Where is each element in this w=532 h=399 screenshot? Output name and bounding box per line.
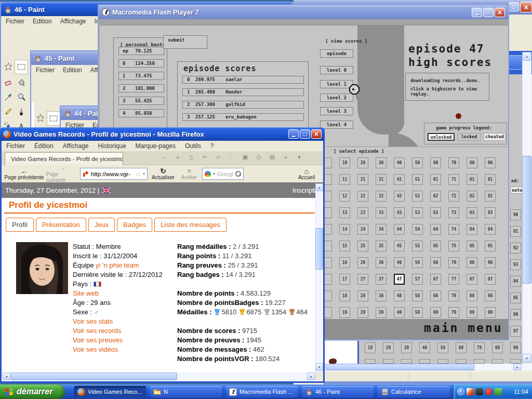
paint46-menu-item[interactable]: Affichage: [60, 18, 86, 25]
minimize-strip-icon[interactable]: −: [159, 154, 169, 161]
episode-cell-73[interactable]: 73: [448, 207, 459, 218]
episode-cell-82[interactable]: 82: [467, 191, 477, 202]
episode-cell-99[interactable]: 99: [485, 307, 496, 318]
episode-cell-96[interactable]: 96: [510, 309, 521, 320]
episode-cell-95[interactable]: 95: [510, 292, 521, 303]
java-icon[interactable]: [467, 388, 474, 395]
episode-cell-50[interactable]: 50: [412, 157, 423, 168]
episode-cell-77[interactable]: 77: [448, 274, 459, 285]
taskbar-clock[interactable]: 11:04: [514, 389, 528, 395]
usb-icon[interactable]: [495, 388, 502, 395]
bg-browser-close-button[interactable]: [520, 2, 532, 12]
profile-link[interactable]: Voir ses records: [73, 327, 121, 335]
freeform-select-icon[interactable]: [35, 112, 46, 125]
url-text[interactable]: http://www.vgr-: [91, 171, 130, 177]
episode-cell-58[interactable]: 58: [437, 342, 448, 353]
episode-cell-35[interactable]: 35: [376, 241, 387, 251]
episode-cell-20[interactable]: 20: [357, 157, 368, 168]
chevron-icon[interactable]: [457, 388, 464, 395]
episode-cell-26[interactable]: 26: [357, 257, 368, 268]
episode-cell-partial[interactable]: [401, 359, 412, 364]
episode-cell-28[interactable]: 28: [383, 342, 394, 353]
episode-cell-68[interactable]: 68: [430, 290, 441, 301]
episode-cell-98[interactable]: 98: [485, 290, 496, 301]
freeform-select-icon[interactable]: [3, 61, 14, 73]
firefox-menu-item[interactable]: Édition: [34, 142, 54, 150]
episode-cell-71[interactable]: 71: [448, 174, 459, 185]
episode-cell-52[interactable]: 52: [412, 191, 423, 202]
eraser-icon[interactable]: [3, 76, 14, 89]
episode-cell-partial[interactable]: [492, 359, 503, 364]
episode-cell-91[interactable]: 91: [485, 174, 496, 185]
firefox-menu-item[interactable]: Outils: [185, 142, 201, 150]
episode-cell-51[interactable]: 51: [412, 174, 423, 185]
episode-cell-90[interactable]: 90: [510, 209, 521, 220]
episode-cell-23[interactable]: 23: [357, 207, 368, 218]
episode-cell-57[interactable]: 57: [412, 274, 423, 285]
episode-cell-69[interactable]: 69: [430, 307, 441, 318]
episode-cell-56[interactable]: 56: [412, 257, 423, 268]
firefox-close-button[interactable]: [311, 129, 322, 139]
page-vertical-scrollbar[interactable]: [315, 183, 323, 373]
bg-scroll-up-button[interactable]: ▴: [522, 52, 531, 61]
episode-cell-47[interactable]: 47: [394, 274, 405, 285]
bg-scroll-right-button[interactable]: ▸: [513, 364, 522, 370]
page-vertical-scroll-thumb[interactable]: [315, 228, 323, 270]
episode-cell-21[interactable]: 21: [357, 174, 368, 185]
reload-button[interactable]: ↻Actualiser: [149, 166, 177, 182]
episode-cell-84[interactable]: 84: [467, 224, 477, 235]
view-scores-button-level-0[interactable]: level 0: [320, 66, 353, 74]
personal-best-row[interactable]: 0124.250: [118, 59, 164, 68]
episode-cell-62[interactable]: 62: [430, 191, 441, 202]
rect-select-icon[interactable]: [48, 112, 59, 125]
profile-link[interactable]: Site web: [73, 289, 99, 297]
paste-icon[interactable]: ▯: [187, 154, 196, 161]
episode-cell-94[interactable]: 94: [510, 276, 521, 287]
personal-best-row[interactable]: 485.850: [118, 109, 164, 117]
episode-cell-48[interactable]: 48: [394, 290, 405, 301]
bg-vertical-scroll-thumb[interactable]: [522, 156, 531, 284]
forward-button[interactable]: →Page suivante: [46, 166, 78, 182]
personal-best-row[interactable]: 355.425: [118, 97, 164, 105]
episode-cell-91[interactable]: 91: [510, 226, 521, 237]
episode-cell-34[interactable]: 34: [376, 224, 387, 235]
episode-cell-81[interactable]: 81: [467, 174, 477, 185]
episode-cell-92[interactable]: 92: [485, 191, 496, 202]
episode-cell-66[interactable]: 66: [430, 257, 441, 268]
episode-cell-63[interactable]: 63: [430, 207, 441, 218]
episode-cell-88[interactable]: 88: [492, 342, 503, 353]
personal-best-row[interactable]: 2101.000: [118, 84, 164, 92]
view-scores-button-level-1[interactable]: level 1: [320, 80, 353, 88]
episode-cell-75[interactable]: 75: [448, 241, 459, 251]
episode-cell-67[interactable]: 67: [430, 274, 441, 285]
episode-cell-98[interactable]: 98: [510, 342, 521, 353]
print-icon[interactable]: ▤: [268, 154, 277, 161]
personal-best-row[interactable]: 173.475: [118, 72, 164, 80]
episode-cell-38[interactable]: 38: [376, 290, 387, 301]
episode-cell-32[interactable]: 32: [376, 191, 387, 202]
view-scores-button-episode[interactable]: episode: [320, 49, 353, 58]
episode-cell-31[interactable]: 31: [376, 174, 387, 185]
firefox-minimize-button[interactable]: [288, 129, 299, 139]
episode-cell-94[interactable]: 94: [485, 224, 496, 235]
team-link[interactable]: yi 'n phie team: [96, 261, 139, 269]
personal-best-row[interactable]: ep70.125: [118, 47, 164, 55]
episode-cell-36[interactable]: 36: [376, 257, 387, 268]
bg-scroll-down-button[interactable]: ▾: [522, 354, 531, 363]
main-menu-button[interactable]: main menu: [424, 321, 503, 335]
episode-cell-41[interactable]: 41: [394, 174, 405, 185]
magnifier-icon[interactable]: [16, 91, 27, 103]
episode-cell-88[interactable]: 88: [467, 290, 477, 301]
search-magnifier-icon[interactable]: [235, 171, 241, 177]
fill-icon[interactable]: [16, 76, 27, 89]
episode-cell-93[interactable]: 93: [485, 207, 496, 218]
firefox-menu-item[interactable]: Affichage: [63, 142, 89, 150]
episode-cell-65[interactable]: 65: [430, 241, 441, 251]
episode-cell-29[interactable]: 29: [357, 307, 368, 318]
back-button[interactable]: ←Page précédente: [3, 166, 46, 182]
profile-link[interactable]: Voir ses vidéos: [73, 345, 118, 353]
episode-cell-86[interactable]: 86: [467, 257, 477, 268]
episode-cell-80[interactable]: 80: [467, 157, 477, 168]
taskbar-button-flash[interactable]: Macromedia Flash ...: [226, 386, 298, 397]
submit-button[interactable]: submit: [163, 35, 207, 49]
